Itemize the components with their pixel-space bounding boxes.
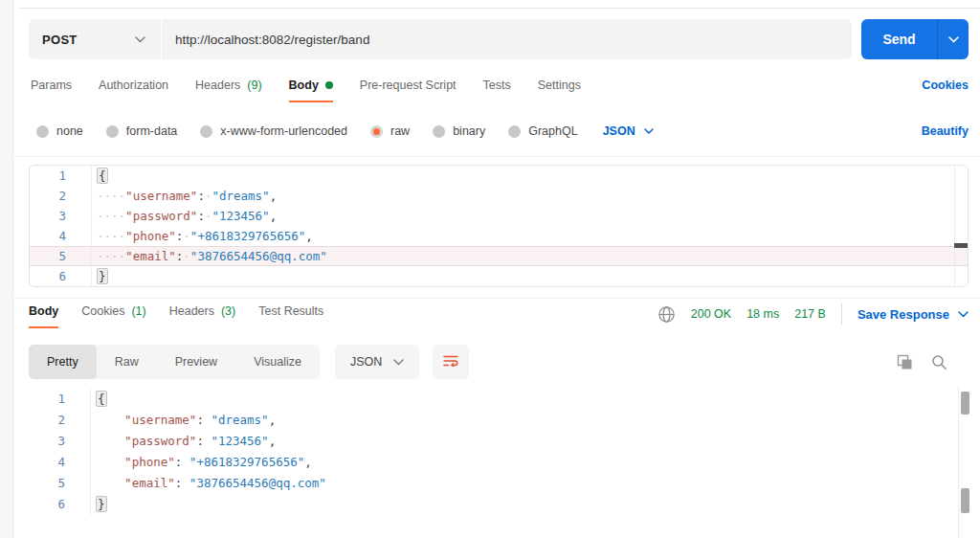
line-number: 1 — [29, 389, 65, 410]
code-line-6: 6} — [29, 494, 947, 515]
code-text: ····"email":·"3876654456@qq.com" — [91, 246, 327, 266]
view-preview[interactable]: Preview — [157, 345, 235, 379]
code-line-1[interactable]: 1{ — [30, 166, 968, 186]
code-line-1: 1{ — [29, 389, 947, 410]
code-text: "phone": "+8618329765656", — [90, 452, 312, 473]
mode-form-data[interactable]: form-data — [106, 124, 178, 138]
radio-icon[interactable] — [36, 125, 49, 138]
line-number: 5 — [29, 473, 65, 494]
mode-none[interactable]: none — [36, 124, 83, 138]
status-code[interactable]: 200 OK — [691, 307, 731, 321]
code-text: ····"phone":·"+8618329765656", — [91, 226, 313, 246]
body-has-content-dot — [325, 81, 333, 89]
radio-icon[interactable] — [200, 125, 212, 138]
response-time[interactable]: 18 ms — [746, 307, 779, 321]
tab-params[interactable]: Params — [31, 78, 72, 102]
tab-headers[interactable]: Headers (9) — [195, 78, 262, 102]
network-globe-icon[interactable] — [657, 305, 676, 324]
chevron-down-icon — [393, 359, 404, 366]
url-bar: POST http://localhost:8082/register/band… — [29, 19, 969, 59]
send-button-label[interactable]: Send — [861, 19, 937, 59]
line-number: 3 — [29, 431, 65, 452]
response-size[interactable]: 217 B — [794, 307, 826, 321]
code-line-5: 5 "email": "3876654456@qq.com" — [29, 473, 947, 494]
request-body-editor[interactable]: 1{2····"username":·"dreams",3····"passwo… — [29, 165, 969, 287]
code-line-4[interactable]: 4····"phone":·"+8618329765656", — [30, 226, 968, 246]
code-text: } — [90, 494, 107, 515]
copy-icon[interactable] — [897, 354, 913, 370]
send-options-chevron-icon[interactable] — [937, 19, 969, 59]
line-number: 6 — [29, 494, 65, 515]
code-text: { — [91, 166, 108, 186]
response-tabs: Body Cookies (1) Headers (3) Test Result… — [29, 304, 969, 333]
response-language-select[interactable]: JSON — [335, 345, 419, 379]
tab-settings[interactable]: Settings — [538, 78, 581, 102]
radio-icon[interactable] — [106, 125, 119, 138]
method-select[interactable]: POST — [29, 19, 161, 59]
editor-scrollbar-marker[interactable] — [954, 243, 968, 248]
line-number: 4 — [29, 452, 65, 473]
cookies-link[interactable]: Cookies — [922, 78, 969, 92]
code-text: "username": "dreams", — [90, 410, 276, 431]
view-pretty[interactable]: Pretty — [29, 345, 97, 379]
tab-response-headers[interactable]: Headers (3) — [169, 304, 236, 328]
code-text: { — [90, 389, 107, 410]
code-line-2: 2 "username": "dreams", — [29, 410, 947, 431]
headers-count-badge: (9) — [247, 78, 261, 92]
url-input[interactable]: http://localhost:8082/register/band — [162, 33, 852, 47]
line-number: 2 — [30, 186, 66, 206]
code-text: ····"password":·"123456", — [91, 206, 277, 226]
code-text: } — [91, 266, 108, 286]
wrap-lines-icon — [442, 353, 459, 370]
search-icon[interactable] — [931, 354, 947, 370]
tab-tests[interactable]: Tests — [483, 78, 511, 102]
line-number: 2 — [29, 410, 65, 431]
radio-selected-icon[interactable] — [370, 125, 383, 138]
response-meta: 200 OK 18 ms 217 B Save Response — [657, 304, 969, 324]
meta-divider — [841, 303, 842, 325]
editor-scroll-gutter — [954, 166, 955, 286]
tab-response-body[interactable]: Body — [29, 304, 58, 328]
radio-icon[interactable] — [508, 125, 521, 138]
mode-x-www-form-urlencoded[interactable]: x-www-form-urlencoded — [200, 124, 347, 138]
code-line-4: 4 "phone": "+8618329765656", — [29, 452, 947, 473]
request-tabs: Params Authorization Headers (9) Body Pr… — [31, 78, 969, 107]
wrap-lines-button[interactable] — [433, 345, 469, 379]
code-line-2[interactable]: 2····"username":·"dreams", — [30, 186, 968, 206]
response-scrollbar-thumb[interactable] — [961, 392, 969, 415]
code-line-3[interactable]: 3····"password":·"123456", — [30, 206, 968, 226]
code-text: "email": "3876654456@qq.com" — [90, 473, 326, 494]
method-url-combo: POST http://localhost:8082/register/band — [29, 19, 852, 59]
response-scroll-gutter — [958, 386, 959, 538]
beautify-link[interactable]: Beautify — [922, 124, 969, 138]
tab-response-cookies[interactable]: Cookies (1) — [81, 304, 145, 328]
code-line-5[interactable]: 5····"email":·"3876654456@qq.com" — [30, 246, 968, 266]
radio-icon[interactable] — [433, 125, 445, 138]
top-divider — [19, 8, 980, 9]
mode-binary[interactable]: binary — [433, 124, 485, 138]
response-code-lines: 1{2 "username": "dreams",3 "password": "… — [29, 389, 947, 515]
chevron-down-icon — [958, 311, 969, 318]
line-number: 1 — [30, 166, 66, 186]
tab-body[interactable]: Body — [289, 78, 333, 102]
body-mode-row: none form-data x-www-form-urlencoded raw… — [36, 117, 969, 146]
raw-language-select[interactable]: JSON — [603, 124, 654, 138]
tab-test-results[interactable]: Test Results — [258, 304, 323, 328]
view-mode-segmented-control: Pretty Raw Preview Visualize — [29, 345, 320, 379]
view-raw[interactable]: Raw — [97, 345, 157, 379]
line-number: 5 — [30, 246, 66, 266]
response-scrollbar-thumb[interactable] — [961, 488, 969, 513]
code-line-6[interactable]: 6} — [30, 266, 968, 286]
response-body-viewer: 1{2 "username": "dreams",3 "password": "… — [29, 389, 947, 515]
send-button[interactable]: Send — [861, 19, 969, 59]
mode-raw[interactable]: raw — [370, 124, 410, 138]
code-text: ····"username":·"dreams", — [91, 186, 277, 206]
mode-graphql[interactable]: GraphQL — [508, 124, 577, 138]
divider — [14, 156, 980, 157]
tab-authorization[interactable]: Authorization — [99, 78, 168, 102]
view-visualize[interactable]: Visualize — [235, 345, 320, 379]
tab-pre-request-script[interactable]: Pre-request Script — [360, 78, 457, 102]
line-number: 4 — [30, 226, 66, 246]
save-response-button[interactable]: Save Response — [858, 307, 969, 322]
cookies-count-badge: (1) — [131, 304, 145, 318]
